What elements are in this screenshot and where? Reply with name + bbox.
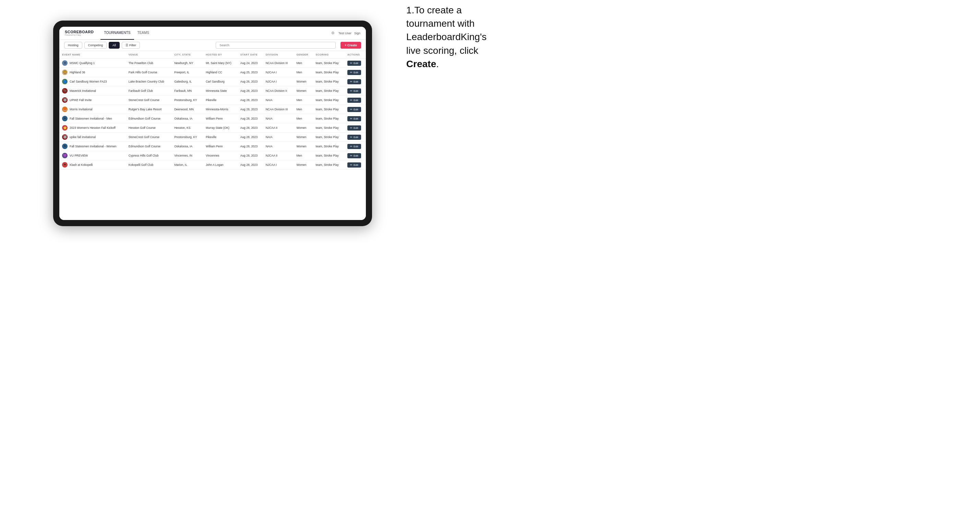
cell-event-name: ⚑ Fall Statesmen Invitational - Women (59, 142, 126, 151)
edit-button[interactable]: ✏ Edit (347, 116, 361, 121)
brand: SCOREBOARD Powered by Clipp (65, 30, 94, 36)
cell-gender: Women (294, 86, 313, 95)
cell-hosted-by: Mt. Saint Mary (NY) (203, 59, 238, 68)
cell-start-date: Aug 28, 2023 (238, 114, 263, 123)
cell-scoring: team, Stroke Play (313, 123, 345, 133)
cell-event-name: ⭐ 2023 Women's Hesston Fall Kickoff (59, 123, 126, 133)
cell-scoring: team, Stroke Play (313, 68, 345, 77)
cell-city-state: Oskaloosa, IA (172, 142, 203, 151)
cell-city-state: Prestonsburg, KY (172, 95, 203, 105)
cell-venue: The Powelton Club (126, 59, 172, 68)
cell-hosted-by: Pikeville (203, 133, 238, 142)
cell-hosted-by: William Penn (203, 142, 238, 151)
edit-button[interactable]: ✏ Edit (347, 98, 361, 103)
team-logo: 🐺 (62, 134, 68, 140)
edit-button[interactable]: ✏ Edit (347, 162, 361, 168)
cell-start-date: Aug 28, 2023 (238, 142, 263, 151)
cell-scoring: team, Stroke Play (313, 160, 345, 170)
cell-division: NCAA Division III (263, 105, 294, 114)
cell-venue: StoneCrest Golf Course (126, 95, 172, 105)
edit-button[interactable]: ✏ Edit (347, 135, 361, 140)
filter-button[interactable]: ☰ Filter (122, 42, 140, 49)
hosting-button[interactable]: Hosting (64, 42, 82, 49)
cell-start-date: Aug 28, 2023 (238, 133, 263, 142)
team-logo: 💜 (62, 153, 68, 158)
cell-event-name: 🦁 Highland 36 (59, 68, 126, 77)
cell-actions: ✏ Edit (345, 160, 366, 170)
cell-gender: Women (294, 133, 313, 142)
edit-button[interactable]: ✏ Edit (347, 61, 361, 66)
create-button[interactable]: + Create (340, 42, 361, 49)
table-row: 🐺 upike fall invitational StoneCrest Gol… (59, 133, 366, 142)
cell-start-date: Aug 28, 2023 (238, 86, 263, 95)
edit-button[interactable]: ✏ Edit (347, 107, 361, 112)
cell-city-state: Galesburg, IL (172, 77, 203, 86)
settings-icon[interactable]: ⚙ (330, 30, 336, 36)
nav-link-tournaments[interactable]: TOURNAMENTS (100, 27, 134, 40)
edit-button[interactable]: ✏ Edit (347, 153, 361, 158)
table-container: EVENT NAME VENUE CITY, STATE HOSTED BY S… (59, 51, 366, 220)
cell-gender: Men (294, 114, 313, 123)
cell-division: NAIA (263, 114, 294, 123)
cell-hosted-by: Murray State (OK) (203, 123, 238, 133)
edit-icon: ✏ (350, 80, 353, 83)
cell-start-date: Aug 28, 2023 (238, 160, 263, 170)
cell-venue: Hesston Golf Course (126, 123, 172, 133)
cell-hosted-by: Pikeville (203, 95, 238, 105)
cell-actions: ✏ Edit (345, 142, 366, 151)
edit-button[interactable]: ✏ Edit (347, 125, 361, 130)
edit-icon: ✏ (350, 117, 353, 120)
cell-city-state: Marion, IL (172, 160, 203, 170)
team-logo: ⭐ (62, 125, 68, 130)
table-row: 🦊 Morris Invitational Rutger's Bay Lake … (59, 105, 366, 114)
cell-gender: Men (294, 68, 313, 77)
table-header-row: EVENT NAME VENUE CITY, STATE HOSTED BY S… (59, 51, 366, 59)
edit-icon: ✏ (350, 108, 353, 111)
cell-gender: Men (294, 59, 313, 68)
cell-city-state: Prestonsburg, KY (172, 133, 203, 142)
edit-button[interactable]: ✏ Edit (347, 144, 361, 149)
filter-icon: ☰ (126, 43, 128, 47)
cell-scoring: team, Stroke Play (313, 59, 345, 68)
competing-button[interactable]: Competing (84, 42, 107, 49)
cell-hosted-by: Vincennes (203, 151, 238, 160)
edit-icon: ✏ (350, 136, 353, 139)
cell-event-name: 🐂 Maverick Invitational (59, 86, 126, 95)
cell-venue: Lake Bracken Country Club (126, 77, 172, 86)
brand-name: SCOREBOARD (65, 30, 94, 34)
edit-button[interactable]: ✏ Edit (347, 79, 361, 84)
nav-user-label: Test User (339, 32, 352, 35)
nav-links: TOURNAMENTS TEAMS (100, 27, 330, 40)
cell-scoring: team, Stroke Play (313, 114, 345, 123)
edit-button[interactable]: ✏ Edit (347, 89, 361, 94)
top-nav: SCOREBOARD Powered by Clipp TOURNAMENTS … (59, 27, 366, 40)
cell-division: NJCAA I (263, 77, 294, 86)
tablet-screen: SCOREBOARD Powered by Clipp TOURNAMENTS … (59, 27, 366, 220)
team-logo: 🦁 (62, 70, 68, 75)
cell-start-date: Aug 25, 2023 (238, 68, 263, 77)
team-logo: ⚑ (62, 144, 68, 149)
nav-signin-label[interactable]: Sign (354, 32, 360, 35)
search-input[interactable] (216, 42, 336, 49)
table-row: ⭐ 2023 Women's Hesston Fall Kickoff Hess… (59, 123, 366, 133)
cell-division: NJCAA I (263, 68, 294, 77)
edit-icon: ✏ (350, 145, 353, 148)
cell-actions: ✏ Edit (345, 59, 366, 68)
cell-division: NAIA (263, 142, 294, 151)
brand-sub: Powered by Clipp (65, 34, 94, 36)
cell-scoring: team, Stroke Play (313, 77, 345, 86)
cell-actions: ✏ Edit (345, 77, 366, 86)
cell-gender: Women (294, 160, 313, 170)
all-button[interactable]: All (109, 42, 120, 49)
cell-start-date: Aug 28, 2023 (238, 95, 263, 105)
cell-event-name: ⚑ Fall Statesmen Invitational - Men (59, 114, 126, 123)
edit-icon: ✏ (350, 71, 353, 74)
cell-city-state: Faribault, MN (172, 86, 203, 95)
edit-button[interactable]: ✏ Edit (347, 70, 361, 75)
edit-icon: ✏ (350, 127, 353, 130)
cell-scoring: team, Stroke Play (313, 151, 345, 160)
edit-icon: ✏ (350, 89, 353, 92)
cell-event-name: 💜 VU PREVIEW (59, 151, 126, 160)
nav-link-teams[interactable]: TEAMS (134, 27, 153, 40)
table-row: 🦁 Highland 36 Park Hills Golf Course Fre… (59, 68, 366, 77)
